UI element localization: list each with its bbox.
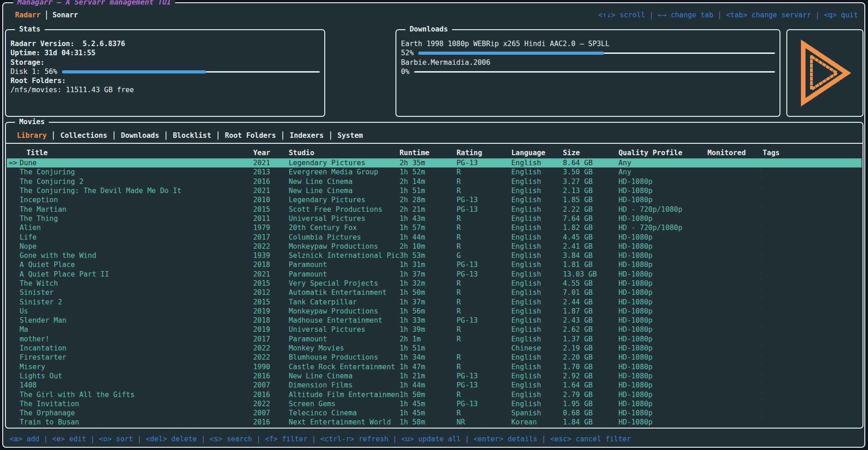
cell-runtime: 1h 44m xyxy=(400,381,457,389)
table-row[interactable]: => Dune 2021 Legendary Pictures 2h 35m P… xyxy=(7,158,862,167)
table-row[interactable]: A Quiet Place Part II 2021 Paramount 1h … xyxy=(7,270,862,279)
table-row[interactable]: Ma 2019 Universal Pictures 1h 39m R Engl… xyxy=(7,325,862,334)
cell-studio: Scott Free Productions xyxy=(289,205,400,214)
cell-language: English xyxy=(511,316,563,324)
cell-studio: Screen Gems xyxy=(289,400,400,408)
cell-studio: Monkeypaw Productions xyxy=(289,242,400,251)
cell-title: Dune xyxy=(20,159,253,167)
cell-quality: HD-1080p xyxy=(619,215,707,223)
cell-language: English xyxy=(511,288,563,297)
cell-language: English xyxy=(511,335,563,343)
movies-tab[interactable]: Root Folders xyxy=(218,131,282,140)
table-row[interactable]: mother! 2017 Paramount 2h 1m R English 1… xyxy=(7,335,862,344)
table-row[interactable]: Us 2019 Monkeypaw Productions 1h 56m R E… xyxy=(7,307,862,316)
table-row[interactable]: The Conjuring 2 2016 New Line Cinema 2h … xyxy=(7,177,862,186)
movies-tab[interactable]: Blocklist xyxy=(166,131,218,140)
cell-runtime: 1h 21m xyxy=(400,372,457,380)
table-row[interactable]: The Thing 2011 Universal Pictures 1h 43m… xyxy=(7,214,862,223)
cell-runtime: 3h 53m xyxy=(400,251,457,260)
table-row[interactable]: The Orphanage 2007 Telecinco Cinema 1h 4… xyxy=(7,408,862,418)
cell-runtime: 1h 37m xyxy=(400,298,457,306)
table-row[interactable]: The Martian 2015 Scott Free Productions … xyxy=(7,204,862,214)
cell-size: 4.55 GB xyxy=(563,279,619,288)
cell-quality: HD-1080p xyxy=(619,335,707,343)
cell-year: 2011 xyxy=(253,215,289,223)
cell-runtime: 1h 50m xyxy=(400,391,457,399)
cell-language: English xyxy=(511,279,563,288)
cell-size: 2.20 GB xyxy=(563,353,619,361)
cell-year: 2019 xyxy=(253,307,289,315)
stats-panel-title: Stats xyxy=(15,25,45,34)
cell-runtime: 1h 45m xyxy=(400,400,457,408)
table-row[interactable]: Sinister 2 2015 Tank Caterpillar 1h 37m … xyxy=(7,297,862,306)
cell-title: The Conjuring: The Devil Made Me Do It xyxy=(20,187,253,195)
cell-studio: Altitude Film Entertainmen xyxy=(289,391,400,399)
col-studio: Studio xyxy=(289,149,400,157)
movies-tab[interactable]: Library xyxy=(10,131,53,140)
cell-rating: PG-13 xyxy=(457,400,511,408)
cell-language: English xyxy=(511,391,563,399)
cell-size: 1.85 GB xyxy=(563,196,619,204)
cell-year: 2018 xyxy=(253,261,289,269)
table-row[interactable]: Gone with the Wind 1939 Selznick Interna… xyxy=(7,251,862,260)
cell-quality: HD-1080p xyxy=(619,187,707,195)
table-row[interactable]: Lights Out 2016 New Line Cinema 1h 21m P… xyxy=(7,372,862,381)
cell-year: 2007 xyxy=(253,409,289,417)
table-row[interactable]: The Invitation 2022 Screen Gems 1h 45m P… xyxy=(7,399,862,408)
table-row[interactable]: Slender Man 2018 Madhouse Entertainment … xyxy=(7,316,862,325)
cell-rating: R xyxy=(457,168,511,176)
table-row[interactable]: The Conjuring: The Devil Made Me Do It 2… xyxy=(7,186,862,195)
cell-runtime: 1h 39m xyxy=(400,325,457,334)
table-row[interactable]: Firestarter 2022 Blumhouse Productions 1… xyxy=(7,353,862,362)
table-row[interactable]: Misery 1990 Castle Rock Entertainment 1h… xyxy=(7,362,862,372)
table-row[interactable]: The Girl with All the Gifts 2016 Altitud… xyxy=(7,390,862,399)
cell-rating: R xyxy=(457,409,511,417)
cell-studio: Paramount xyxy=(289,270,400,278)
col-runtime: Runtime xyxy=(400,149,457,157)
cell-title: The Conjuring 2 xyxy=(20,178,253,186)
table-row[interactable]: 1408 2007 Dimension Films 1h 44m PG-13 E… xyxy=(7,381,862,390)
table-row[interactable]: Inception 2010 Legendary Pictures 2h 28m… xyxy=(7,195,862,204)
cell-title: Alien xyxy=(20,224,253,232)
cell-year: 2016 xyxy=(253,178,289,186)
cell-size: 13.03 GB xyxy=(563,270,619,278)
cell-quality: HD-1080p xyxy=(619,344,707,352)
cell-size: 1.64 GB xyxy=(563,381,619,389)
table-row[interactable]: The Witch 2015 Very Special Projects 1h … xyxy=(7,279,862,288)
cell-year: 2021 xyxy=(253,187,289,195)
table-row[interactable]: A Quiet Place 2018 Paramount 1h 31m PG-1… xyxy=(7,260,862,269)
table-row[interactable]: Sinister 2012 Automatik Entertainment 1h… xyxy=(7,288,862,297)
table-row[interactable]: The Conjuring 2013 Evergreen Media Group… xyxy=(7,167,862,177)
table-row[interactable]: Alien 1979 20th Century Fox 1h 57m R Eng… xyxy=(7,223,862,232)
cell-title: Gone with the Wind xyxy=(20,251,253,260)
cell-language: English xyxy=(511,224,563,232)
table-row[interactable]: Life 2017 Columbia Pictures 1h 44m R Eng… xyxy=(7,232,862,241)
movies-tab[interactable]: Downloads xyxy=(114,131,166,140)
cell-year: 2016 xyxy=(253,391,289,399)
cell-quality: HD-1080p xyxy=(619,372,707,380)
table-row[interactable]: Train to Busan 2016 Next Entertainment W… xyxy=(7,418,862,427)
cell-runtime: 1h 33m xyxy=(400,316,457,324)
cell-runtime: 1h 58m xyxy=(400,418,457,426)
table-row[interactable]: Nope 2022 Monkeypaw Productions 2h 10m R… xyxy=(7,242,862,251)
cell-quality: HD-1080p xyxy=(619,242,707,251)
cell-title: Incantation xyxy=(20,344,253,352)
cell-title: Misery xyxy=(20,363,253,371)
cell-quality: HD-1080p xyxy=(619,196,707,204)
servarr-tab[interactable]: Radarr xyxy=(10,10,46,20)
movies-tab[interactable]: Collections xyxy=(53,131,114,140)
cell-runtime: 1h 45m xyxy=(400,409,457,417)
cell-rating: PG-13 xyxy=(457,159,511,167)
servarr-tab[interactable]: Sonarr xyxy=(46,10,83,20)
movies-panel: Movies Library Collections Downloads Blo… xyxy=(5,122,863,429)
col-monitored: Monitored xyxy=(707,149,763,157)
cell-rating: PG-13 xyxy=(457,316,511,324)
table-row[interactable]: Incantation 2022 Monkey Movies 1h 51m Ch… xyxy=(7,344,862,353)
movies-tab[interactable]: System xyxy=(330,131,369,140)
cell-year: 2016 xyxy=(253,418,289,426)
movies-tab[interactable]: Indexers xyxy=(282,131,330,140)
radarr-version-line: Radarr Version:5.2.6.8376 xyxy=(10,39,320,48)
movies-panel-title: Movies xyxy=(15,117,49,126)
cell-studio: Dimension Films xyxy=(289,381,400,389)
cell-size: 4.45 GB xyxy=(563,233,619,241)
